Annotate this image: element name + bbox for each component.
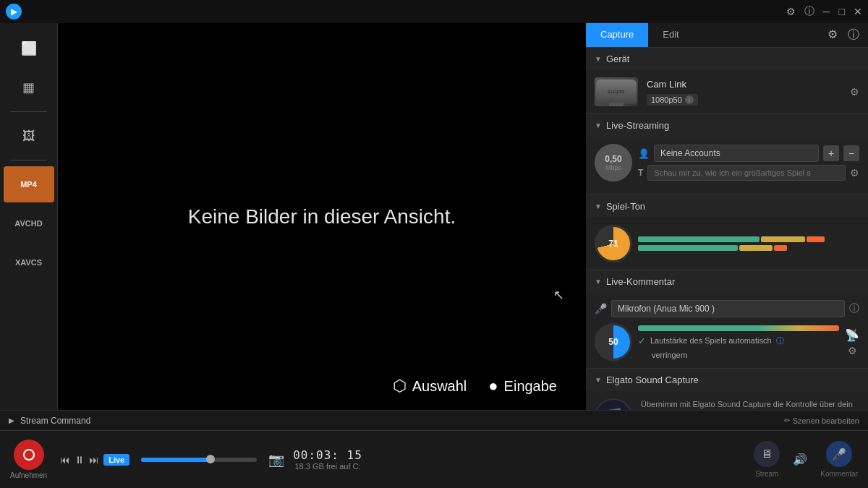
auto-reduce-sub-label: verringern <box>652 351 688 359</box>
video-content: Keine Bilder in dieser Ansicht. ↖ ⬡ Ausw… <box>58 23 586 410</box>
mic-info-icon[interactable]: ⓘ <box>849 302 859 315</box>
comment-button[interactable]: 🎤 <box>826 441 852 467</box>
sound-capture-text: Übernimm mit Elgato Sound Capture die Ko… <box>641 398 859 410</box>
elgato-sound-section: ▼ Elgato Sound Capture 🎵 Übernimm mit El… <box>586 369 868 410</box>
auto-reduce-row: ✓ Lautstärke des Spiels automatisch ⓘ <box>638 335 839 346</box>
auto-reduce-label: Lautstärke des Spiels automatisch <box>650 336 772 345</box>
mic-dropdown[interactable]: Mikrofon (Anua Mic 900 ) <box>611 300 845 317</box>
elgato-sound-title: Elgato Sound Capture <box>606 374 699 385</box>
live-kommentar-header[interactable]: ▼ Live-Kommentar <box>586 270 868 293</box>
bitrate-value: 0,50 <box>605 154 621 164</box>
comment-label: Kommentar <box>820 470 858 478</box>
mic-controls: ✓ Lautstärke des Spiels automatisch ⓘ ve… <box>638 325 839 359</box>
record-button[interactable] <box>14 440 44 470</box>
transport-controls: ⏮ ⏸ ⏭ Live <box>60 454 129 466</box>
spiel-ton-header[interactable]: ▼ Spiel-Ton <box>586 195 868 218</box>
grid-icon: ▦ <box>22 80 35 95</box>
tab-edit[interactable]: Edit <box>648 23 693 47</box>
stream-section: 🖥 Stream <box>754 441 780 478</box>
audio-bar-row-1 <box>638 236 859 242</box>
account-dropdown[interactable]: Keine Accounts <box>654 145 819 162</box>
title-text-icon: T <box>638 168 643 178</box>
close-button[interactable]: ✕ <box>854 6 862 17</box>
select-label: Auswahl <box>412 378 467 395</box>
elgato-sound-content: 🎵 Übernimm mit Elgato Sound Capture die … <box>586 391 868 410</box>
remove-account-button[interactable]: − <box>843 145 859 161</box>
device-settings-gear-icon[interactable]: ⚙ <box>850 86 859 98</box>
sidebar-item-photo[interactable]: 🖼 <box>4 118 54 154</box>
pause-icon[interactable]: ⏸ <box>75 454 85 466</box>
select-control: ⬡ Auswahl <box>393 377 467 395</box>
audio-volume-value: 71 <box>608 239 618 249</box>
volume-icon[interactable]: 🔊 <box>793 453 807 466</box>
progress-bar[interactable] <box>141 458 257 462</box>
skip-back-icon[interactable]: ⏮ <box>60 454 70 466</box>
badge-info-icon[interactable]: i <box>685 95 694 104</box>
stream-command-play-icon[interactable]: ▶ <box>9 416 14 424</box>
record-section: Aufnehmen <box>10 440 47 479</box>
progress-thumb <box>206 455 215 463</box>
no-images-text: Keine Bilder in dieser Ansicht. <box>188 205 456 228</box>
bottom-bar: Aufnehmen ⏮ ⏸ ⏭ Live 📷 00:03: 15 18.3 GB… <box>0 430 868 488</box>
live-kommentar-content: 🎤 Mikrofon (Anua Mic 900 ) ⓘ 50 ✓ Laut <box>586 293 868 368</box>
sidebar-item-mp4[interactable]: MP4 <box>4 166 54 202</box>
audio-level-bars <box>638 236 859 251</box>
info-icon[interactable]: ⓘ <box>804 5 814 18</box>
scene-edit-button[interactable]: ✏ Szenen bearbeiten <box>784 416 859 425</box>
tabs: Capture Edit <box>586 23 694 47</box>
chevron-down-icon: ▼ <box>595 55 602 63</box>
tab-capture[interactable]: Capture <box>586 23 648 47</box>
sound-capture-description: Übernimm mit Elgato Sound Capture die Ko… <box>641 398 859 410</box>
device-row: Cam Link 1080p50 i ⚙ <box>595 77 859 106</box>
timecode-display: 00:03: 15 <box>293 448 362 462</box>
mic-volume-dial[interactable]: 50 <box>595 323 632 361</box>
stream-title-input[interactable] <box>647 165 846 181</box>
sidebar-item-xavcs[interactable]: XAVCS <box>4 244 54 281</box>
microphone-icon: 🎤 <box>595 303 607 314</box>
stream-command-bar: ▶ Stream Command ✏ Szenen bearbeiten <box>0 410 868 430</box>
sidebar-item-avchd[interactable]: AVCHD <box>4 205 54 241</box>
sidebar-item-screen[interactable]: ⬜ <box>4 30 54 67</box>
sidebar-item-grid[interactable]: ▦ <box>4 69 54 106</box>
streaming-settings-gear-icon[interactable]: ⚙ <box>850 167 859 179</box>
app-logo: ▶ <box>6 4 22 20</box>
live-streaming-title: Live-Streaming <box>606 120 669 131</box>
auto-reduce-info-icon[interactable]: ⓘ <box>776 335 784 346</box>
audio-bar-yellow <box>761 236 805 242</box>
comment-section: 🎤 Kommentar <box>820 441 858 478</box>
live-kommentar-section: ▼ Live-Kommentar 🎤 Mikrofon (Anua Mic 90… <box>586 270 868 369</box>
live-badge: Live <box>103 454 129 466</box>
live-streaming-content: 0,50 Mbps 👤 Keine Accounts + − <box>586 137 868 194</box>
settings-icon[interactable]: ⚙ <box>786 6 796 17</box>
satellite-icon[interactable]: 📡 <box>845 328 859 342</box>
sidebar-divider <box>11 111 47 112</box>
kommentar-settings-gear-icon[interactable]: ⚙ <box>848 345 857 356</box>
elgato-sound-header[interactable]: ▼ Elgato Sound Capture <box>586 369 868 391</box>
spiel-ton-section: ▼ Spiel-Ton 71 <box>586 195 868 270</box>
sidebar-divider-2 <box>11 160 47 160</box>
audio-bar-yellow-2 <box>739 245 773 251</box>
usb-device-image <box>596 80 637 104</box>
auto-reduce-sub-row: verringern <box>638 351 839 359</box>
photo-icon: 🖼 <box>22 129 35 144</box>
avchd-label: AVCHD <box>14 219 42 228</box>
settings-gear-icon[interactable]: ⚙ <box>827 27 838 43</box>
stream-button[interactable]: 🖥 <box>754 441 780 467</box>
info-tab-icon[interactable]: ⓘ <box>848 27 859 43</box>
spiel-ton-content: 71 <box>586 218 868 270</box>
maximize-button[interactable]: □ <box>839 6 845 17</box>
spiel-ton-title: Spiel-Ton <box>606 201 645 212</box>
title-bar: ▶ ⚙ ⓘ ─ □ ✕ <box>0 0 868 23</box>
add-account-button[interactable]: + <box>823 145 839 161</box>
live-streaming-header[interactable]: ▼ Live-Streaming <box>586 114 868 137</box>
skip-forward-icon[interactable]: ⏭ <box>89 454 99 466</box>
snapshot-button[interactable]: 📷 <box>268 452 284 468</box>
chevron-down-icon: ▼ <box>595 376 602 384</box>
chevron-down-icon: ▼ <box>595 202 602 210</box>
bitrate-dial: 0,50 Mbps <box>595 144 632 181</box>
audio-volume-dial[interactable]: 71 <box>595 225 632 262</box>
sidebar: ⬜ ▦ 🖼 MP4 AVCHD XAVCS <box>0 23 58 410</box>
record-button-inner <box>23 449 35 461</box>
device-section-header[interactable]: ▼ Gerät <box>586 48 868 70</box>
minimize-button[interactable]: ─ <box>823 6 830 17</box>
